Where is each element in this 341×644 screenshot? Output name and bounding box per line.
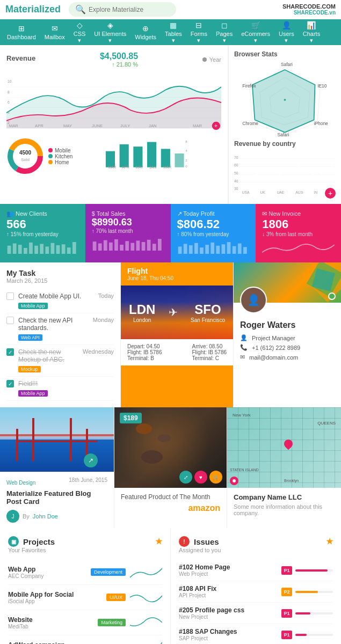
- issue-sub-1: Web Project: [179, 571, 278, 577]
- issue-progress-1: [295, 569, 333, 572]
- svg-rect-94: [200, 247, 204, 254]
- issue-badge-2: P2: [281, 588, 292, 596]
- blog-title: Materialize Featured Blog Post Card: [6, 489, 107, 506]
- legend-mobile: Mobile: [48, 148, 72, 153]
- new-invoice-icon: ✉: [262, 210, 267, 217]
- company-description: Some more information about this company…: [234, 503, 335, 516]
- flight-image: LDN London ✈ SFO San Francisco: [121, 286, 233, 339]
- nav-dashboard-label: Dashboard: [7, 34, 36, 40]
- nav-css[interactable]: ◇ CSS ▾: [69, 21, 90, 44]
- svg-rect-90: [178, 246, 182, 253]
- task-text-4: Field!!!: [18, 380, 114, 387]
- task-date: March 26, 2015: [6, 277, 114, 284]
- task-text-2: Check the new API standards.: [18, 317, 93, 332]
- product-price: $189: [120, 413, 142, 423]
- flight-to-code: SFO: [191, 302, 225, 317]
- donut-section: 4500 Sold Mobile Kitchen Home: [6, 137, 72, 175]
- svg-point-48: [284, 99, 286, 101]
- product-cart-button[interactable]: 🛒: [209, 471, 222, 484]
- blog-author-avatar: J: [6, 510, 19, 523]
- nav-forms-label: Forms: [191, 31, 207, 37]
- nav-tables[interactable]: ▦ Tables ▾: [161, 21, 186, 44]
- svg-text:MAR: MAR: [108, 165, 117, 169]
- revenue-bottom: 4500 Sold Mobile Kitchen Home: [6, 137, 221, 175]
- svg-text:MAR: MAR: [9, 123, 19, 128]
- product-favorite-button[interactable]: ♥: [194, 471, 207, 484]
- task-checkbox-4[interactable]: ✓: [6, 380, 14, 387]
- nav-charts[interactable]: 📊 Charts ▾: [299, 21, 324, 44]
- svg-rect-101: [237, 244, 241, 254]
- task-title: My Task: [6, 269, 114, 277]
- svg-rect-79: [104, 240, 107, 251]
- project-name-2: Mobile App for Social: [8, 591, 102, 598]
- svg-text:JULY: JULY: [120, 123, 130, 128]
- project-company-2: iSocial App: [8, 598, 102, 604]
- svg-rect-83: [125, 241, 129, 251]
- task-day-2: Monday: [93, 317, 114, 323]
- svg-rect-80: [109, 243, 113, 251]
- flight-arrive-terminal: Terminal: C: [192, 355, 227, 361]
- nav-mailbox[interactable]: ✉ Mailbox: [40, 24, 69, 40]
- profile-avatar-container: 👤: [240, 287, 267, 313]
- issue-progress-bar-3: [295, 612, 310, 614]
- project-info-1: Web App AEC Company: [8, 566, 86, 579]
- flight-date: June 18, Thu 04:50: [127, 275, 227, 281]
- task-day-1: Today: [98, 292, 114, 299]
- revenue-chart: MAR APR MAY JUNE JULY JAN MAR + 10 8 6 4…: [6, 70, 221, 135]
- nav-widgets[interactable]: ⊕ Widgets: [130, 24, 161, 40]
- map-location-button[interactable]: [230, 477, 238, 485]
- svg-rect-28: [175, 153, 184, 167]
- browser-radar-chart: Safari IE10 iPhone Chrome Firefox Safari: [234, 62, 336, 137]
- product-expand-button[interactable]: ⤢: [179, 471, 192, 484]
- stat-new-invoice: ✉ New Invoice 1806 ↓ 3% from last month: [256, 204, 341, 262]
- blog-share-button[interactable]: ↗: [84, 453, 98, 467]
- stat-new-clients: 👥 New Clients 566 ↑ 15% from yesterday: [0, 204, 85, 262]
- product-image: $189 ⤢ ♥ 🛒: [114, 407, 227, 488]
- nav-pages[interactable]: ◻ Pages ▾: [212, 21, 237, 44]
- nav-dashboard[interactable]: ⊞ Dashboard: [3, 24, 40, 40]
- issue-info-4: #188 SAP Changes SAP Project: [179, 628, 278, 641]
- task-item-2: Check the new API standards. Web API Mon…: [6, 313, 114, 345]
- issue-info-2: #108 API Fix API Project: [179, 585, 278, 598]
- projects-icon: ▣: [8, 536, 19, 547]
- nav-forms[interactable]: ⊟ Forms ▾: [186, 21, 212, 44]
- legend-home: Home: [48, 159, 72, 165]
- revenue-country-add-button[interactable]: +: [325, 188, 336, 199]
- revenue-amount: $4,500.85: [100, 52, 138, 61]
- total-sales-icon: $: [92, 210, 95, 217]
- svg-text:Firefox: Firefox: [242, 83, 256, 89]
- svg-text:4500: 4500: [19, 150, 32, 156]
- flight-card: Flight June 18, Thu 04:50 LDN London ✈ S…: [121, 262, 234, 407]
- svg-text:6: 6: [8, 100, 10, 104]
- issue-sub-2: API Project: [179, 592, 278, 598]
- issue-progress-4: [295, 634, 333, 636]
- nav-users[interactable]: 👤 Users ▾: [274, 21, 299, 44]
- charts-icon: 📊: [307, 21, 316, 30]
- task-checkbox-1[interactable]: [6, 292, 14, 300]
- task-checkbox-3[interactable]: ✓: [6, 348, 14, 356]
- flight-details: Depart: 04.50 Flight: IB 5786 Terminal: …: [121, 339, 233, 365]
- svg-text:2: 2: [8, 121, 10, 125]
- nav-ecommers[interactable]: 🛒 eCommers ▾: [237, 21, 274, 44]
- profile-phone: +1 (612) 222 8989: [252, 345, 300, 351]
- nav-users-label: Users: [279, 31, 294, 37]
- project-tag-1: Development: [91, 568, 126, 576]
- svg-text:UK: UK: [260, 191, 265, 194]
- profile-card: 👤 Roger Waters 👤 Project Manager 📞 +1: [234, 262, 341, 407]
- projects-star-icon: ★: [155, 537, 162, 546]
- stat-total-sales: $ Total Sales $8990.63 ↑ 70% last month: [85, 204, 171, 262]
- search-bar[interactable]: 🔍: [69, 2, 176, 17]
- svg-rect-73: [56, 245, 60, 254]
- flight-header: Flight June 18, Thu 04:50: [121, 262, 233, 286]
- blog-author-link[interactable]: John Doe: [33, 513, 58, 519]
- search-input[interactable]: [89, 6, 153, 13]
- svg-rect-93: [194, 243, 198, 254]
- nav-tables-label: Tables: [165, 31, 182, 37]
- task-checkbox-2[interactable]: [6, 317, 14, 324]
- flight-detail-row: Depart: 04.50 Flight: IB 5786 Terminal: …: [127, 343, 227, 361]
- ecommers-icon: 🛒: [251, 21, 260, 30]
- blog-card: ↗ Web Design 18th June, 2015 Materialize…: [0, 407, 114, 528]
- svg-rect-67: [24, 248, 27, 254]
- nav-ui[interactable]: ◈ UI Elements ▾: [90, 21, 130, 44]
- issues-section: ! Issues ★ Assigned to you #102 Home Pag…: [171, 528, 341, 644]
